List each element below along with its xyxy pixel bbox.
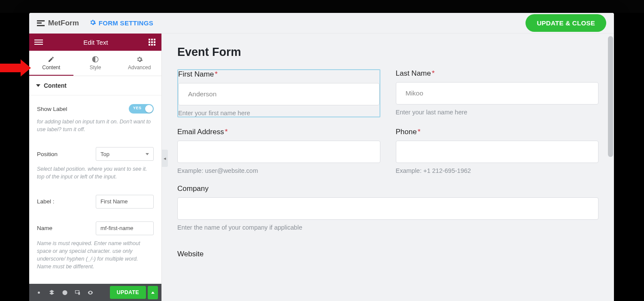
section-content-toggle[interactable]: Content xyxy=(29,76,161,95)
preview-icon[interactable] xyxy=(84,286,96,298)
phone-label: Phone xyxy=(396,128,417,136)
brand-label: MetForm xyxy=(48,19,79,28)
field-website[interactable]: Website xyxy=(177,241,598,258)
tab-style[interactable]: Style xyxy=(73,51,118,76)
update-and-close-button[interactable]: UPDATE & CLOSE xyxy=(526,14,606,32)
last-name-label: Last Name xyxy=(396,69,431,77)
company-input[interactable] xyxy=(177,197,598,220)
form-settings-label: FORM SETTINGS xyxy=(99,19,153,27)
panel-footer: UPDATE xyxy=(29,284,161,301)
pencil-icon xyxy=(48,56,55,63)
panel-tabs: Content Style Advanced xyxy=(29,51,161,76)
widget-panel: Edit Text Content Style Advanced xyxy=(29,34,162,301)
tab-style-label: Style xyxy=(90,64,101,71)
responsive-icon[interactable] xyxy=(71,286,83,298)
required-marker: * xyxy=(418,128,421,136)
field-email[interactable]: Email Address* Example: user@website.com xyxy=(177,128,380,174)
position-select[interactable]: Top xyxy=(96,147,154,161)
brand: MetForm xyxy=(37,19,79,28)
name-field-label: Name xyxy=(37,225,52,231)
required-marker: * xyxy=(215,70,218,78)
first-name-hint: Enter your first name here xyxy=(178,110,380,117)
website-label: Website xyxy=(177,250,204,258)
field-phone[interactable]: Phone* Example: +1 212-695-1962 xyxy=(396,128,599,174)
position-hint: Select label position. where you want to… xyxy=(37,163,154,184)
tab-content-label: Content xyxy=(42,64,60,71)
phone-hint: Example: +1 212-695-1962 xyxy=(396,167,599,174)
form-title: Event Form xyxy=(177,46,598,59)
history-icon[interactable] xyxy=(58,286,70,298)
phone-input[interactable] xyxy=(396,141,599,163)
editor-topbar: MetForm FORM SETTINGS UPDATE & CLOSE xyxy=(29,13,614,34)
field-company[interactable]: Company Enter the name of your company i… xyxy=(177,184,598,231)
position-value: Top xyxy=(100,151,109,157)
tab-advanced-label: Advanced xyxy=(128,64,151,71)
update-dropdown[interactable] xyxy=(148,286,158,299)
label-field-label: Label : xyxy=(37,198,55,205)
field-first-name[interactable]: First Name* Enter your first name here xyxy=(177,69,380,117)
show-label-hint: for adding label on input turn it on. Do… xyxy=(37,116,154,137)
section-content-label: Content xyxy=(44,82,67,89)
panel-header: Edit Text xyxy=(29,34,161,51)
position-label: Position xyxy=(37,151,58,157)
svg-rect-1 xyxy=(78,292,80,295)
navigator-icon[interactable] xyxy=(46,286,58,298)
field-last-name[interactable]: Last Name* Enter your last name here xyxy=(396,69,599,117)
caret-down-icon xyxy=(36,84,40,87)
show-label-toggle[interactable]: YES xyxy=(129,104,154,114)
form-settings-link[interactable]: FORM SETTINGS xyxy=(89,19,153,27)
first-name-input[interactable] xyxy=(178,83,380,105)
gear-icon xyxy=(89,19,96,27)
settings-icon[interactable] xyxy=(33,286,45,298)
name-hint: Name is must required. Enter name withou… xyxy=(37,238,154,274)
menu-icon[interactable] xyxy=(34,40,43,45)
required-marker: * xyxy=(225,128,228,136)
first-name-label: First Name xyxy=(178,70,214,78)
gear-icon xyxy=(136,56,143,63)
show-label-label: Show Label xyxy=(37,106,67,112)
metform-editor-modal: MetForm FORM SETTINGS UPDATE & CLOSE Edi… xyxy=(29,13,614,301)
panel-collapse-handle[interactable]: ◂ xyxy=(162,150,168,167)
widgets-grid-icon[interactable] xyxy=(149,39,156,46)
last-name-input[interactable] xyxy=(396,82,599,104)
brand-icon xyxy=(37,20,45,26)
label-input[interactable] xyxy=(96,195,154,209)
toggle-value: YES xyxy=(133,106,142,110)
contrast-icon xyxy=(92,56,99,63)
company-label: Company xyxy=(177,184,209,193)
email-hint: Example: user@website.com xyxy=(177,167,380,174)
required-marker: * xyxy=(432,69,435,77)
last-name-hint: Enter your last name here xyxy=(396,109,599,116)
preview-canvas: ◂ Event Form First Name* Enter your firs… xyxy=(162,34,614,301)
email-input[interactable] xyxy=(177,141,380,163)
name-input[interactable] xyxy=(96,221,154,235)
tab-content[interactable]: Content xyxy=(29,51,73,76)
update-button[interactable]: UPDATE xyxy=(110,286,146,299)
email-label: Email Address xyxy=(177,128,224,136)
company-hint: Enter the name of your company if applic… xyxy=(177,224,598,231)
caret-up-icon xyxy=(151,292,155,294)
chevron-down-icon xyxy=(146,153,149,155)
scrollbar[interactable] xyxy=(608,36,613,298)
tab-advanced[interactable]: Advanced xyxy=(117,51,161,76)
panel-title: Edit Text xyxy=(83,39,108,46)
